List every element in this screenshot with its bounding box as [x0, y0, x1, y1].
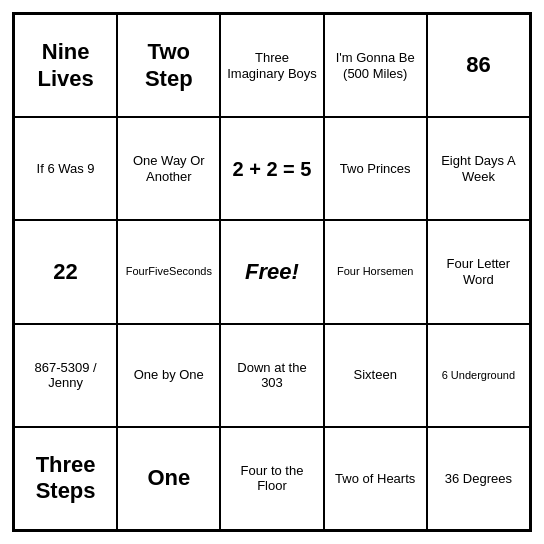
bingo-cell-r1c0[interactable]: If 6 Was 9: [14, 117, 117, 220]
bingo-cell-r2c2[interactable]: Free!: [220, 220, 323, 323]
bingo-cell-r1c3[interactable]: Two Princes: [324, 117, 427, 220]
bingo-cell-r0c2[interactable]: Three Imaginary Boys: [220, 14, 323, 117]
bingo-cell-r0c1[interactable]: Two Step: [117, 14, 220, 117]
bingo-cell-r4c1[interactable]: One: [117, 427, 220, 530]
bingo-cell-r1c2[interactable]: 2 + 2 = 5: [220, 117, 323, 220]
bingo-cell-r4c4[interactable]: 36 Degrees: [427, 427, 530, 530]
bingo-cell-r3c3[interactable]: Sixteen: [324, 324, 427, 427]
bingo-cell-r4c3[interactable]: Two of Hearts: [324, 427, 427, 530]
bingo-cell-r0c3[interactable]: I'm Gonna Be (500 Miles): [324, 14, 427, 117]
bingo-cell-r1c1[interactable]: One Way Or Another: [117, 117, 220, 220]
bingo-cell-r3c2[interactable]: Down at the 303: [220, 324, 323, 427]
bingo-cell-r2c0[interactable]: 22: [14, 220, 117, 323]
bingo-cell-r3c1[interactable]: One by One: [117, 324, 220, 427]
bingo-cell-r2c4[interactable]: Four Letter Word: [427, 220, 530, 323]
bingo-cell-r4c2[interactable]: Four to the Floor: [220, 427, 323, 530]
bingo-cell-r0c4[interactable]: 86: [427, 14, 530, 117]
bingo-cell-r1c4[interactable]: Eight Days A Week: [427, 117, 530, 220]
bingo-card: Nine LivesTwo StepThree Imaginary BoysI'…: [12, 12, 532, 532]
bingo-cell-r0c0[interactable]: Nine Lives: [14, 14, 117, 117]
bingo-cell-r4c0[interactable]: Three Steps: [14, 427, 117, 530]
bingo-cell-r2c3[interactable]: Four Horsemen: [324, 220, 427, 323]
bingo-cell-r3c0[interactable]: 867-5309 / Jenny: [14, 324, 117, 427]
bingo-cell-r2c1[interactable]: FourFiveSeconds: [117, 220, 220, 323]
bingo-cell-r3c4[interactable]: 6 Underground: [427, 324, 530, 427]
